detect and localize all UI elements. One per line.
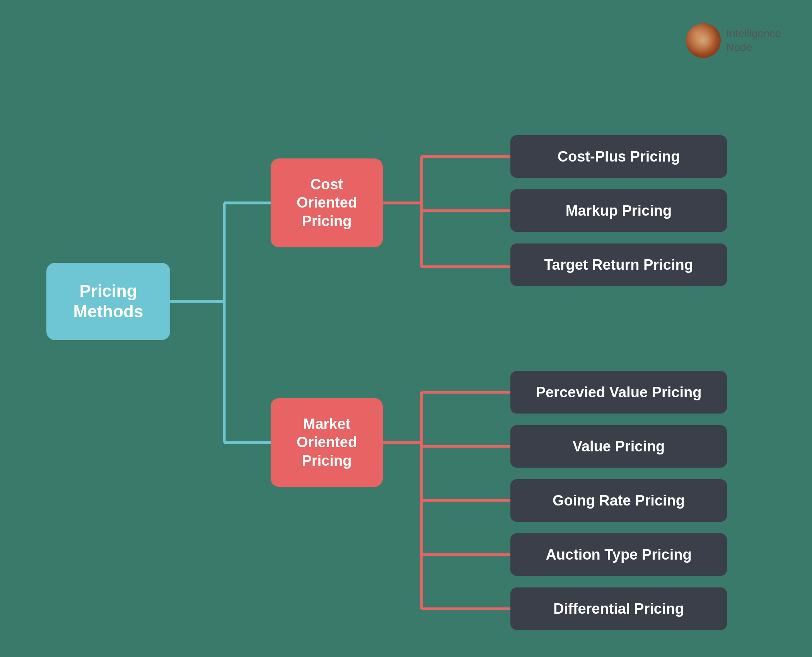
root-label: Pricing Methods xyxy=(73,281,143,322)
cost-oriented-label: Cost Oriented Pricing xyxy=(297,175,357,231)
going-rate-label: Going Rate Pricing xyxy=(553,492,685,509)
differential-label: Differential Pricing xyxy=(553,601,684,617)
market-oriented-box: Market Oriented Pricing xyxy=(271,398,383,487)
markup-label: Markup Pricing xyxy=(566,203,672,219)
value-pricing-label: Value Pricing xyxy=(573,438,665,455)
cost-plus-pricing-box: Cost-Plus Pricing xyxy=(510,135,727,178)
differential-pricing-box: Differential Pricing xyxy=(510,587,727,630)
target-return-label: Target Return Pricing xyxy=(544,257,693,273)
auction-type-pricing-box: Auction Type Pricing xyxy=(510,533,727,576)
logo-text: Intelligence Node xyxy=(726,27,781,55)
perceived-value-pricing-box: Percevied Value Pricing xyxy=(510,371,727,414)
value-pricing-box: Value Pricing xyxy=(510,425,727,468)
logo-icon xyxy=(686,23,721,58)
going-rate-pricing-box: Going Rate Pricing xyxy=(510,479,727,522)
root-box: Pricing Methods xyxy=(46,263,170,340)
perceived-value-label: Percevied Value Pricing xyxy=(536,384,702,401)
auction-type-label: Auction Type Pricing xyxy=(546,546,691,563)
cost-oriented-box: Cost Oriented Pricing xyxy=(271,158,383,247)
logo: Intelligence Node xyxy=(686,23,781,58)
markup-pricing-box: Markup Pricing xyxy=(510,189,727,232)
cost-plus-label: Cost-Plus Pricing xyxy=(558,148,680,165)
diagram: Pricing Methods Cost Oriented Pricing Ma… xyxy=(23,77,789,611)
target-return-pricing-box: Target Return Pricing xyxy=(510,243,727,286)
market-oriented-label: Market Oriented Pricing xyxy=(297,415,357,470)
